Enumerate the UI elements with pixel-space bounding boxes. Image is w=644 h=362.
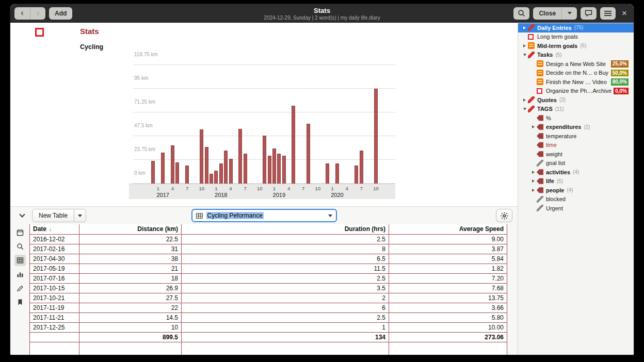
tree-item-%[interactable]: % bbox=[518, 113, 634, 123]
gear-icon bbox=[501, 212, 508, 220]
table-row[interactable]: 2017-10-1526.93.57.68 bbox=[30, 283, 507, 293]
table-row[interactable]: 2017-07-16182.57.20 bbox=[30, 273, 507, 283]
bookmark-icon bbox=[17, 299, 24, 306]
tree-item-daily-entries[interactable]: Daily Entries(75) bbox=[518, 23, 634, 32]
chart-bar bbox=[244, 154, 247, 184]
tree-item-blocked[interactable]: blocked bbox=[518, 195, 634, 204]
sidebar: Daily Entries(75)Long term goalsMid-term… bbox=[518, 23, 634, 355]
table-row[interactable]: 2017-10-2127.5213.75 bbox=[30, 293, 507, 303]
bookmarks-tab-button[interactable] bbox=[14, 297, 26, 308]
progress-badge: 0,0% bbox=[614, 88, 629, 95]
forward-button[interactable]: › bbox=[30, 7, 45, 20]
search-tab-button[interactable] bbox=[14, 241, 26, 252]
tree-item-goal-list[interactable]: goal list bbox=[518, 159, 634, 168]
settings-button[interactable] bbox=[496, 209, 512, 222]
todo-checkbox-icon[interactable] bbox=[35, 28, 44, 37]
table-selector-combo[interactable]: Cycling Peformance bbox=[191, 209, 337, 222]
search-button[interactable] bbox=[513, 7, 529, 20]
hamburger-icon bbox=[604, 10, 611, 17]
tree-item-quotes[interactable]: Quotes(3) bbox=[518, 95, 634, 105]
table-icon bbox=[196, 213, 203, 219]
panel-collapse-button[interactable] bbox=[15, 209, 29, 222]
x-tick-label: 7 bbox=[360, 186, 363, 191]
calendar-tab-button[interactable] bbox=[14, 227, 26, 238]
column-header-average-speed[interactable]: Average Speed bbox=[389, 224, 507, 234]
new-table-button[interactable]: New Table bbox=[32, 209, 74, 222]
x-tick-label: 10 bbox=[199, 186, 204, 191]
table-cell: 11.5 bbox=[182, 264, 389, 273]
expander-down-icon[interactable] bbox=[521, 54, 528, 56]
table-row[interactable]: 2017-05-192111.51.82 bbox=[30, 264, 507, 273]
back-button[interactable]: ‹ bbox=[14, 7, 30, 20]
tree-item-organize-the-ph-archive[interactable]: Organize the Ph…Archive0,0% bbox=[518, 87, 634, 96]
expander-right-icon[interactable] bbox=[521, 98, 528, 102]
pencil-icon bbox=[537, 196, 543, 203]
chart-bar bbox=[200, 129, 203, 184]
window-content: Stats Cycling 0 km23.75 km47.5 km71.25 k… bbox=[10, 23, 634, 355]
expander-right-icon[interactable] bbox=[530, 125, 537, 128]
chart-bar bbox=[360, 151, 363, 184]
table-cell: 2017-10-21 bbox=[30, 293, 79, 303]
tree-item-long-term-goals[interactable]: Long term goals bbox=[518, 32, 634, 42]
tree-item-weight[interactable]: weight bbox=[518, 150, 634, 159]
expander-right-icon[interactable] bbox=[521, 26, 528, 29]
x-tick-label: 4 bbox=[346, 186, 348, 191]
tree-item-urgent[interactable]: Urgent bbox=[518, 204, 634, 213]
tree-item-decide-on-the-n-o-buy[interactable]: Decide on the N… o Buy50,0% bbox=[518, 69, 634, 78]
tree-item-design-a-new-web-site[interactable]: Design a New Web Site25,0% bbox=[518, 59, 634, 69]
expander-right-icon[interactable] bbox=[530, 179, 537, 183]
item-count: (3) bbox=[559, 97, 566, 103]
table-cell: 1.82 bbox=[389, 264, 507, 273]
table-cell: 2017-12-25 bbox=[30, 322, 79, 332]
table-cell: 2017-11-21 bbox=[30, 312, 79, 322]
chart-bar bbox=[272, 149, 276, 184]
x-tick-label: 4 bbox=[171, 186, 174, 191]
tree-item-label: blocked bbox=[546, 196, 566, 202]
table-row[interactable]: 2017-12-2510110.00 bbox=[30, 322, 507, 332]
charts-tab-button[interactable] bbox=[14, 269, 26, 280]
chart-bar bbox=[161, 153, 165, 184]
table-row[interactable]: 2017-04-30386.55.84 bbox=[30, 254, 507, 264]
themes-tab-button[interactable] bbox=[14, 283, 26, 294]
expander-down-icon[interactable] bbox=[521, 108, 528, 110]
expander-right-icon[interactable] bbox=[530, 171, 537, 174]
tree-item-time[interactable]: time bbox=[518, 141, 634, 150]
tree-item-label: Long term goals bbox=[537, 34, 578, 40]
tree-item-tasks[interactable]: Tasks(5) bbox=[518, 51, 634, 60]
table-row[interactable]: 2017-02-163183.87 bbox=[30, 244, 507, 254]
tag-icon bbox=[537, 124, 543, 130]
tree-item-life[interactable]: life(5) bbox=[518, 177, 634, 186]
tree-item-tags[interactable]: TAGS(11) bbox=[518, 105, 634, 114]
tree-item-expenditures[interactable]: expenditures(2) bbox=[518, 123, 634, 132]
new-table-dropdown-button[interactable] bbox=[74, 209, 86, 222]
table-row[interactable]: 2017-11-192263.66 bbox=[30, 303, 507, 312]
item-count: (4) bbox=[573, 169, 579, 175]
tables-tab-button[interactable] bbox=[14, 255, 26, 266]
menu-button[interactable] bbox=[600, 7, 616, 20]
column-header-date[interactable]: Date↓ bbox=[30, 224, 79, 234]
tree-item-finish-the-new-video[interactable]: Finish the New … Video80,0% bbox=[518, 77, 634, 87]
column-header-distance-km[interactable]: Distance (km) bbox=[79, 224, 182, 234]
table-row[interactable]: 2017-11-2114.52.55.80 bbox=[30, 312, 507, 322]
expander-right-icon[interactable] bbox=[521, 44, 528, 47]
tree-item-label: % bbox=[546, 115, 551, 121]
table-row[interactable]: 2016-12-0222.52.59.00 bbox=[30, 234, 507, 244]
tree-item-temperature[interactable]: temperature bbox=[518, 131, 634, 141]
comment-button[interactable] bbox=[581, 7, 597, 20]
add-button[interactable]: Add bbox=[49, 7, 72, 20]
column-header-duration-hrs[interactable]: Duration (hrs) bbox=[182, 224, 389, 234]
table-cell: 31 bbox=[79, 244, 182, 254]
tree-item-people[interactable]: people(4) bbox=[518, 186, 634, 195]
close-entry-button[interactable]: Close bbox=[533, 7, 561, 20]
close-dropdown-button[interactable] bbox=[561, 7, 577, 20]
gridline bbox=[133, 88, 395, 89]
expander-right-icon[interactable] bbox=[530, 189, 537, 192]
progress-icon bbox=[528, 42, 535, 49]
y-axis-label: 47.5 km bbox=[134, 123, 153, 129]
window-close-button[interactable]: × bbox=[619, 9, 630, 18]
table-cell: 13.75 bbox=[389, 293, 507, 303]
item-count: (5) bbox=[557, 178, 563, 184]
tree-item-mid-term-goals[interactable]: Mid-term goals(6) bbox=[518, 41, 634, 51]
tree-item-activities[interactable]: activities(4) bbox=[518, 168, 634, 177]
table-filler-cell bbox=[30, 342, 79, 355]
